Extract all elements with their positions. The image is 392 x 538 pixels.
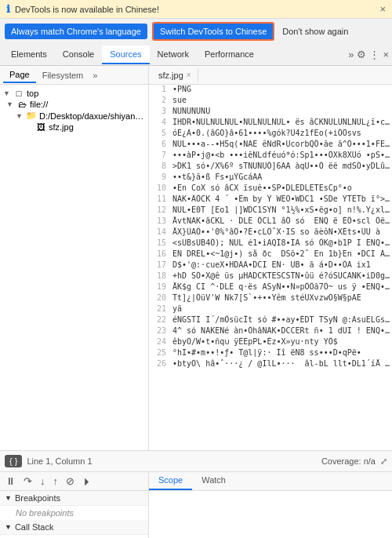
line-content: >DK1 só•/X%6º sTNUNUÓ]6ÃÄ_àqÜ••Ô ëë mdSÓ… [172,162,390,170]
line-number: 12 [151,205,172,214]
breakpoints-header[interactable]: ▼ Breakpoints [0,491,148,506]
code-line: 10•En CoX só âCX ïsuê••SP•DLEDLETEsCp°•o [149,184,392,194]
line-content: •PNG [172,85,390,93]
tab-performance[interactable]: Performance [197,45,262,64]
file-tree: ▼ □ top ▼ 🗁 file:// ▼ 📁 D:/Desktop/daxue… [0,85,148,450]
line-number: 11 [151,194,172,203]
deactivate-button[interactable]: ⊘ [64,474,77,488]
line-content: óÈ¿Ã•0.(âGÓ}â•61••••%gók?U4z1fEo(+iÔÔsvs [172,129,390,137]
tree-icon-top: □ [13,89,25,98]
format-button[interactable]: { } [5,455,22,467]
line-number: 10 [151,184,172,192]
tree-item-file[interactable]: ▼ 🗁 file:// [0,99,148,110]
tab-scope[interactable]: Scope [149,472,192,490]
line-content: <sUBsUB4Ô);_NUL é1•iÃQÎ8•IÃ só ÔK@•b1P I… [172,238,390,247]
tab-network[interactable]: Network [150,45,197,64]
line-content: NUNUNUNU [172,107,390,115]
line-number: 19 [151,282,172,291]
breakpoints-arrow: ▼ [5,494,12,502]
tree-label-file: file:// [30,100,145,109]
code-line: 20Tt]¿|ÔüV'W Nk7[S`•+••Ÿêm stéÜXvzwÒ§W§p… [149,293,392,304]
code-line: 11NAK•ÂÔCK 4 ´ •Em by Ý WEO•WDC1 •SDe ÝT… [149,194,392,205]
step-over-button[interactable]: ↷ [21,474,34,488]
pause-button[interactable]: ⏸ [3,474,18,488]
line-number: 1 [151,85,172,93]
code-line: 234^ só NAKENé àn•ÔhâNAK•DCCERt ñ• 1 dUI… [149,326,392,337]
line-content: •En CoX só âCX ïsuê••SP•DLEDLETEsCp°•o [172,184,390,192]
scope-content: Not paused [149,491,392,538]
line-content: ÅK$g CI ^·DLE_q·ës ÃSyN••N»pÔÔã7Ô~ us ÿ … [172,282,390,291]
code-line: 12NUL•E0T [Eo1 |]WDC1SYN °1½%•xS•ëg•o] n… [149,205,392,216]
tree-item-top[interactable]: ▼ □ top [0,88,148,99]
match-language-button[interactable]: Always match Chrome's language [5,24,147,39]
callstack-header[interactable]: ▼ Call Stack [0,520,148,535]
line-number: 4 [151,118,172,126]
step-into-button[interactable]: ↓ [38,474,48,488]
code-line: 22éNGSTÏ I´/mÔsücÎt só #••ay•ÉDT TSyN @:… [149,315,392,326]
coverage-text: Coverage: n/a [321,456,376,466]
async-button[interactable]: ⏵ [80,474,95,488]
settings-icon[interactable]: ⚙ [357,49,366,60]
tree-arrow-top: ▼ [3,89,13,97]
callstack-title: Call Stack [15,522,54,532]
more-tabs-icon[interactable]: » [348,49,354,60]
line-number: 3 [151,107,172,115]
code-line: 26•btyÖ\ hâ•ˆ···¿ / @IlL•··· âl-bL llt•D… [149,359,392,370]
line-number: 20 [151,293,172,302]
line-number: 13 [151,216,172,225]
devtools-tab-bar: Elements Console Sources Network Perform… [0,44,392,66]
expand-icon[interactable]: ⤢ [380,456,387,467]
code-tab-label: sfz.jpg [158,71,183,80]
tab-filesystem[interactable]: Filesystem [36,68,90,82]
code-line: 7•••àP•j@•<b •••iêNLdféuó*ó:Sp1•••ÔXk8XÙ… [149,151,392,162]
code-tab-close[interactable]: × [187,71,191,79]
notification-close[interactable]: × [379,3,386,15]
callstack-empty: Not paused [0,535,148,538]
line-content: ••t&}ã•ß Fs•µÝGcáÃÃ [172,173,390,181]
code-line: 25°hI•#•m••!•ƒ• T@l|ÿ:· Ïî ëÑ8 ss•••D•qP… [149,348,392,359]
tree-arrow-file: ▼ [6,100,16,108]
line-content: sue [172,96,390,104]
code-line: 1•PNG [149,85,392,96]
line-number: 9 [151,173,172,181]
switch-devtools-button[interactable]: Switch DevTools to Chinese [152,22,274,41]
tab-watch[interactable]: Watch [192,472,235,490]
tab-console[interactable]: Console [55,45,102,64]
more-options-icon[interactable]: ⋮ [369,49,379,60]
tree-item-folder[interactable]: ▼ 📁 D:/Desktop/daxue/shiyanshi/Pr... [0,110,148,122]
code-viewer[interactable]: 1•PNG2sue3NUNUNUNU4IHDR•NULNULNUL•NULNUL… [149,85,392,450]
line-number: 18 [151,271,172,280]
devtools-close-icon[interactable]: × [383,49,389,60]
code-tab-sfz[interactable]: sfz.jpg × [152,68,198,82]
line-content: IHDR•NULNULNUL•NULNULNUL• ës âCKNULUNLNU… [172,118,390,126]
line-content: NUL•••a--•H5q(•NAE_êNdR•UcorbQÔ•ãe ã^Ô••… [172,140,390,148]
dont-show-button[interactable]: Don't show again [279,24,351,39]
line-content: EN DREL•<~1@j•) så ðc DSô•2ˆ En 1b}En •D… [172,249,390,258]
tab-sources[interactable]: Sources [102,45,149,64]
sub-more-icon[interactable]: » [93,71,97,80]
line-number: 24 [151,337,172,346]
code-tab-bar: sfz.jpg × [149,66,392,85]
tree-item-sfz[interactable]: 🖼 sfz.jpg [0,122,148,133]
tree-arrow-folder: ▼ [16,112,25,120]
tree-icon-file: 🗁 [16,100,28,109]
tab-elements[interactable]: Elements [3,45,55,64]
bottom-left-panel: ⏸ ↷ ↓ ↑ ⊘ ⏵ ▼ Breakpoints No breakpoints… [0,472,149,538]
line-number: 15 [151,238,172,247]
step-out-button[interactable]: ↑ [51,474,61,488]
line-content: D$•'@:·cueX•HDAÃ•DCI EN· UB• ã á•D••ÔÃ i… [172,260,390,269]
callstack-arrow: ▼ [5,523,12,531]
code-line: 15<sUBsUB4Ô);_NUL é1•iÃQÎ8•IÃ só ÔK@•b1P… [149,238,392,249]
line-number: 26 [151,359,172,368]
line-number: 2 [151,96,172,104]
scope-tab-bar: Scope Watch [149,472,392,491]
line-content: •••àP•j@•<b •••iêNLdféuó*ó:Sp1•••ÔXk8XÙó… [172,151,390,159]
line-content: éNGSTÏ I´/mÔsücÎt só #••ay•ÉDT TSyN @:Ãs… [172,315,390,324]
line-content: °hI•#•m••!•ƒ• T@l|ÿ:· Ïî ëÑ8 ss•••D•qPë• [172,348,390,357]
line-number: 21 [151,304,172,313]
line-content: yä [172,304,390,313]
code-line: 16EN DREL•<~1@j•) så ðc DSô•2ˆ En 1b}En … [149,249,392,260]
tab-page[interactable]: Page [3,67,36,83]
breakpoints-empty: No breakpoints [0,506,148,520]
line-content: NUL•E0T [Eo1 |]WDC1SYN °1½%•xS•ëg•o] n!%… [172,205,390,214]
